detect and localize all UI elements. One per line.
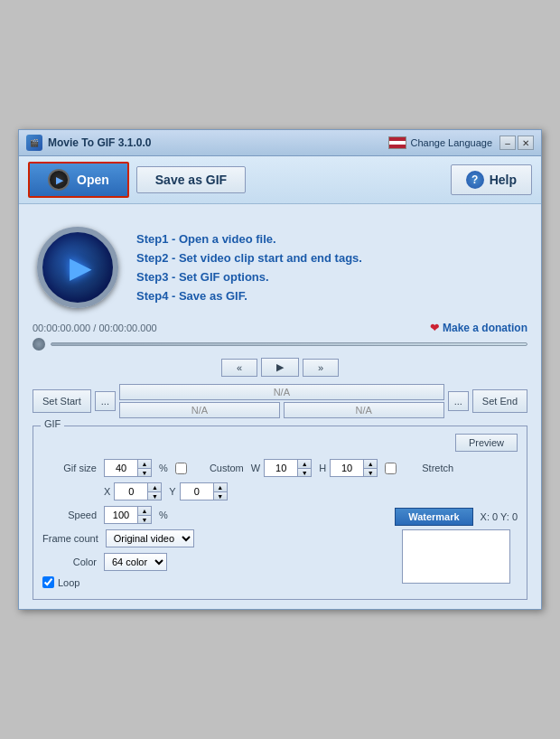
- clip-na-row: N/A N/A: [119, 402, 444, 418]
- set-start-button[interactable]: Set Start: [33, 389, 91, 413]
- window-controls: – ✕: [499, 136, 534, 150]
- close-button[interactable]: ✕: [518, 136, 534, 150]
- x-group: X ▲ ▼: [104, 482, 162, 500]
- donation-button[interactable]: ❤ Make a donation: [430, 322, 527, 334]
- y-label: Y: [169, 486, 175, 497]
- help-icon: ?: [466, 171, 484, 189]
- y-input[interactable]: [181, 485, 213, 498]
- toolbar: Open Save as GIF ? Help: [19, 156, 541, 204]
- gif-size-arrows: ▲ ▼: [137, 460, 151, 476]
- title-bar: 🎬 Movie To GIF 3.1.0.0 Change Language –…: [19, 130, 541, 156]
- color-select[interactable]: 64 color: [104, 553, 167, 571]
- frame-count-label: Frame count: [42, 533, 98, 544]
- change-language-button[interactable]: Change Language: [388, 136, 492, 149]
- main-window: 🎬 Movie To GIF 3.1.0.0 Change Language –…: [18, 129, 542, 610]
- color-label: Color: [42, 557, 97, 567]
- gif-header: Preview: [42, 434, 518, 452]
- main-content: Step1 - Open a video file. Step2 - Set v…: [19, 204, 541, 609]
- h-up[interactable]: ▲: [364, 460, 377, 468]
- watermark-preview: [402, 529, 510, 584]
- scrubber-row: [33, 338, 527, 351]
- watermark-button[interactable]: Watermark: [395, 508, 472, 526]
- clip-dots-right-button[interactable]: ...: [448, 391, 469, 411]
- gif-size-down[interactable]: ▼: [138, 468, 151, 476]
- w-input[interactable]: [265, 462, 297, 474]
- speed-up[interactable]: ▲: [138, 507, 151, 515]
- timecode-display: 00:00:00.000 / 00:00:00.000: [33, 323, 157, 333]
- stretch-checkbox-group: Stretch: [385, 463, 453, 474]
- watermark-coords: X: 0 Y: 0: [481, 511, 518, 522]
- speed-pct: %: [159, 510, 168, 520]
- custom-label: Custom: [190, 463, 244, 473]
- custom-checkbox-group: Custom: [175, 463, 244, 474]
- app-title: Movie To GIF 3.1.0.0: [48, 136, 151, 149]
- h-input[interactable]: [331, 462, 363, 474]
- y-field[interactable]: ▲ ▼: [180, 482, 228, 500]
- w-field[interactable]: ▲ ▼: [264, 459, 312, 477]
- speed-down[interactable]: ▼: [138, 515, 151, 523]
- w-down[interactable]: ▼: [298, 468, 311, 476]
- speed-row: Speed ▲ ▼ %: [42, 506, 387, 524]
- gif-size-input[interactable]: [105, 462, 137, 474]
- gif-size-label: Gif size: [42, 463, 97, 473]
- step2: Step2 - Set video clip start and end tag…: [136, 251, 362, 265]
- app-icon: 🎬: [26, 135, 42, 151]
- clip-section: Set Start ... N/A N/A N/A ... Set End: [33, 384, 527, 418]
- scrubber-handle[interactable]: [33, 338, 45, 351]
- y-down[interactable]: ▼: [214, 491, 227, 500]
- heart-icon: ❤: [430, 322, 439, 334]
- gif-section: GIF Preview Gif size ▲ ▼ %: [33, 426, 527, 600]
- w-up[interactable]: ▲: [298, 460, 311, 468]
- forward-button[interactable]: »: [303, 359, 339, 377]
- w-group: W ▲ ▼: [251, 459, 312, 477]
- video-preview-icon: [37, 227, 118, 308]
- open-button[interactable]: Open: [28, 162, 129, 198]
- h-group: H ▲ ▼: [319, 459, 378, 477]
- xy-row: X ▲ ▼ Y ▲ ▼: [104, 482, 518, 500]
- frame-count-select[interactable]: Original video: [106, 529, 194, 547]
- gif-size-row: Gif size ▲ ▼ % Custom W: [42, 459, 518, 477]
- steps-panel: Step1 - Open a video file. Step2 - Set v…: [136, 232, 362, 303]
- clip-dots-left-button[interactable]: ...: [95, 391, 116, 411]
- preview-button[interactable]: Preview: [455, 434, 518, 452]
- scrubber-track[interactable]: [51, 342, 527, 346]
- y-up[interactable]: ▲: [214, 483, 227, 491]
- step4: Step4 - Save as GIF.: [136, 289, 362, 303]
- help-button[interactable]: ? Help: [451, 164, 532, 195]
- speed-field[interactable]: ▲ ▼: [104, 506, 152, 524]
- color-row: Color 64 color: [42, 553, 387, 571]
- gif-size-field[interactable]: ▲ ▼: [104, 459, 152, 477]
- h-field[interactable]: ▲ ▼: [330, 459, 378, 477]
- h-down[interactable]: ▼: [364, 468, 377, 476]
- rewind-button[interactable]: «: [221, 359, 257, 377]
- x-field[interactable]: ▲ ▼: [114, 482, 162, 500]
- loop-checkbox[interactable]: [42, 576, 54, 588]
- h-label: H: [319, 463, 326, 473]
- timecode-row: 00:00:00.000 / 00:00:00.000 ❤ Make a don…: [33, 322, 527, 334]
- x-down[interactable]: ▼: [148, 491, 161, 500]
- step3: Step3 - Set GIF options.: [136, 270, 362, 284]
- clip-na-left: N/A: [119, 402, 280, 418]
- preview-section: Step1 - Open a video file. Step2 - Set v…: [33, 213, 527, 322]
- clip-center: N/A N/A N/A: [119, 384, 444, 418]
- x-up[interactable]: ▲: [148, 483, 161, 491]
- y-group: Y ▲ ▼: [169, 482, 227, 500]
- stretch-label: Stretch: [399, 463, 453, 473]
- playback-controls: « ▶ »: [33, 358, 527, 377]
- loop-row: Loop: [42, 576, 387, 588]
- flag-icon: [388, 136, 406, 149]
- gif-size-up[interactable]: ▲: [138, 460, 151, 468]
- speed-label: Speed: [42, 510, 97, 520]
- play-button[interactable]: ▶: [261, 358, 299, 377]
- x-input[interactable]: [115, 485, 147, 498]
- minimize-button[interactable]: –: [499, 136, 516, 150]
- w-label: W: [251, 463, 260, 473]
- gif-section-label: GIF: [41, 418, 64, 429]
- stretch-checkbox[interactable]: [385, 463, 397, 474]
- save-gif-button[interactable]: Save as GIF: [136, 166, 246, 193]
- speed-input[interactable]: [105, 509, 137, 521]
- frame-count-row: Frame count Original video: [42, 529, 387, 547]
- open-play-icon: [48, 169, 70, 191]
- set-end-button[interactable]: Set End: [472, 389, 527, 413]
- custom-checkbox[interactable]: [175, 463, 187, 474]
